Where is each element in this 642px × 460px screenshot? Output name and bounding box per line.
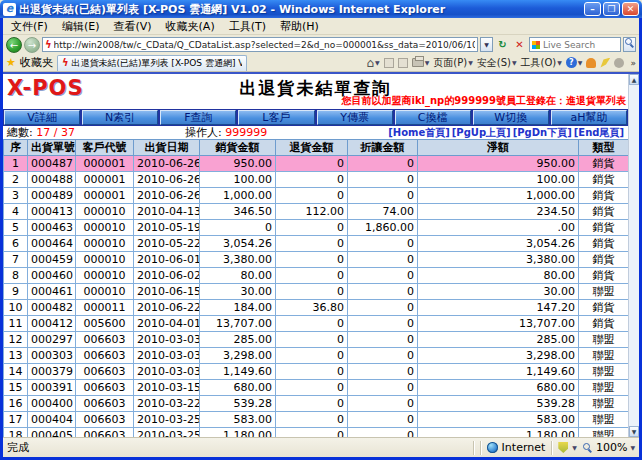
table-cell: 0 (276, 220, 348, 236)
customer-button[interactable]: L客戶 (238, 110, 314, 125)
search-box (529, 37, 621, 52)
table-cell: 000001 (76, 172, 134, 188)
table-row[interactable]: 170004040066032010-03-25583.0000583.00聯盟 (4, 412, 629, 428)
table-cell: 13,707.00 (200, 316, 276, 332)
live-search-icon (532, 41, 540, 49)
table-cell: 8 (4, 268, 28, 284)
table-row[interactable]: 10004870000012010-06-26950.0000950.00銷貨 (4, 156, 629, 172)
page-scrollbar[interactable]: ▲ ▼ (628, 74, 639, 437)
safety-menu-button[interactable]: 安全(S)▼ (477, 56, 517, 70)
table-row[interactable]: 50004630000102010-05-19001,860.00.00銷貨 (4, 220, 629, 236)
table-row[interactable]: 100004820000112010-06-22184.0036.800147.… (4, 300, 629, 316)
pager-pgup-link[interactable]: [PgUp上頁] (452, 126, 511, 139)
table-cell: 0 (348, 412, 418, 428)
table-cell: 0 (276, 396, 348, 412)
menu-help[interactable]: 帮助(H) (280, 19, 319, 34)
menu-favorites[interactable]: 收藏夹(A) (166, 19, 215, 34)
scroll-down-icon[interactable]: ▼ (629, 426, 639, 437)
orders-table: 序 出貨單號 客戶代號 出貨日期 銷貨金額 退貨金額 折讓金額 淨額 類型 10… (3, 139, 629, 437)
active-tab[interactable]: ϟ 出退貨未結(已結)單列表 [X-POS 雲通網] V1.02 (57, 55, 247, 71)
print-button[interactable]: ▼ (412, 58, 430, 67)
table-cell: 000460 (28, 268, 76, 284)
zoom-control[interactable]: 100% ▼ (583, 441, 635, 454)
minimize-button[interactable]: – (584, 2, 601, 16)
site-favicon-icon: ϟ (45, 40, 52, 50)
page-header: X-POS 出退貨未結單查詢 您目前以加盟商ikl_np的999999號員工登錄… (3, 74, 628, 109)
home-icon: ⌂ (366, 57, 374, 69)
function-button-row: V詳細 N索引 F查詢 L客戶 Y傳票 C換檔 W切換 aH幫助 (3, 109, 628, 126)
table-row[interactable]: 70004590000102010-06-013,380.00003,380.0… (4, 252, 629, 268)
magnifier-icon (625, 38, 635, 48)
close-button[interactable]: ✕ (622, 2, 639, 16)
index-button[interactable]: N索引 (82, 110, 158, 125)
search-input[interactable] (543, 40, 618, 50)
menu-edit[interactable]: 编辑(E) (62, 19, 100, 34)
table-cell: 0 (276, 316, 348, 332)
table-cell: 1,000.00 (418, 188, 579, 204)
table-cell: 000297 (28, 332, 76, 348)
addon-icon[interactable] (614, 58, 624, 68)
help-function-button[interactable]: aH幫助 (551, 110, 627, 125)
table-row[interactable]: 40004130000102010-04-13346.50112.0074.00… (4, 204, 629, 220)
address-bar: ϟ (42, 37, 478, 52)
toggle-button[interactable]: W切換 (473, 110, 549, 125)
blog-icon[interactable] (600, 58, 610, 68)
table-row[interactable]: 90004610000102010-06-1530.000030.00聯盟 (4, 284, 629, 300)
table-row[interactable]: 130003030066032010-03-033,298.00003,298.… (4, 348, 629, 364)
table-row[interactable]: 150003910066032010-03-15680.0000680.00聯盟 (4, 380, 629, 396)
pager-end-link[interactable]: [End尾頁] (574, 126, 624, 139)
table-row[interactable]: 110004120056002010-04-0113,707.000013,70… (4, 316, 629, 332)
stop-icon[interactable]: ✕ (512, 37, 527, 52)
chevron-down-icon: ▼ (630, 444, 635, 451)
voucher-button[interactable]: Y傳票 (317, 110, 393, 125)
menu-view[interactable]: 查看(V) (113, 19, 151, 34)
page-menu-button[interactable]: 页面(P)▼ (433, 56, 472, 70)
pager-home-link[interactable]: [Home首頁] (388, 126, 450, 139)
pager-pgdn-link[interactable]: [PgDn下頁] (513, 126, 572, 139)
table-header-row: 序 出貨單號 客戶代號 出貨日期 銷貨金額 退貨金額 折讓金額 淨額 類型 (4, 140, 629, 156)
table-cell: 聯盟 (579, 348, 629, 364)
switch-file-button[interactable]: C換檔 (395, 110, 471, 125)
messenger-icon[interactable] (586, 58, 596, 68)
url-input[interactable] (54, 38, 475, 51)
favorites-label[interactable]: 收藏夹 (20, 55, 53, 70)
printer-icon (412, 58, 424, 67)
table-row[interactable]: 20004880000012010-06-26100.0000100.00銷貨 (4, 172, 629, 188)
address-dropdown-icon[interactable]: ▼ (480, 37, 493, 52)
table-row[interactable]: 80004600000102010-06-0280.000080.00銷貨 (4, 268, 629, 284)
maximize-button[interactable]: ❐ (603, 2, 620, 16)
query-button[interactable]: F查詢 (160, 110, 236, 125)
scroll-up-icon[interactable]: ▲ (629, 74, 639, 85)
detail-button[interactable]: V詳細 (4, 110, 80, 125)
chevron-down-icon: ▼ (572, 444, 577, 451)
table-cell: 2010-06-01 (134, 252, 200, 268)
table-cell: 聯盟 (579, 332, 629, 348)
table-row[interactable]: 120002970066032010-03-03285.0000285.00聯盟 (4, 332, 629, 348)
table-cell: 2 (4, 172, 28, 188)
search-button[interactable] (623, 37, 636, 52)
protected-mode-indicator[interactable]: ▼ (558, 442, 577, 453)
order-list-link[interactable]: 進退貨單列表 (566, 95, 626, 106)
table-row[interactable]: 180004050066032010-03-251,180.00001,180.… (4, 428, 629, 438)
refresh-icon[interactable]: ↻ (495, 37, 510, 52)
table-cell: 3,054.26 (418, 236, 579, 252)
table-row[interactable]: 160004000066032010-03-22539.2800539.28聯盟 (4, 396, 629, 412)
menu-file[interactable]: 文件(F) (11, 19, 48, 34)
table-row[interactable]: 30004890000012010-06-261,000.00001,000.0… (4, 188, 629, 204)
security-zone: Internet (487, 441, 546, 454)
home-button[interactable]: ⌂▼ (366, 57, 379, 69)
help-button[interactable]: ?▼ (566, 57, 583, 68)
menu-tools[interactable]: 工具(T) (229, 19, 266, 34)
table-row[interactable]: 140003790066032010-03-031,149.60001,149.… (4, 364, 629, 380)
tools-menu-button[interactable]: 工具(O)▼ (521, 56, 562, 70)
back-button[interactable]: ← (6, 37, 22, 53)
table-cell: 3,380.00 (200, 252, 276, 268)
table-row[interactable]: 60004640000102010-05-223,054.26003,054.2… (4, 236, 629, 252)
favorites-star-icon[interactable]: ★ (6, 56, 16, 69)
table-cell: 000400 (28, 396, 76, 412)
feeds-icon[interactable] (384, 58, 394, 68)
read-mail-icon[interactable] (398, 58, 408, 68)
forward-button[interactable]: → (24, 37, 40, 53)
table-cell: 000489 (28, 188, 76, 204)
overflow-chevron-icon[interactable]: » (630, 58, 636, 68)
